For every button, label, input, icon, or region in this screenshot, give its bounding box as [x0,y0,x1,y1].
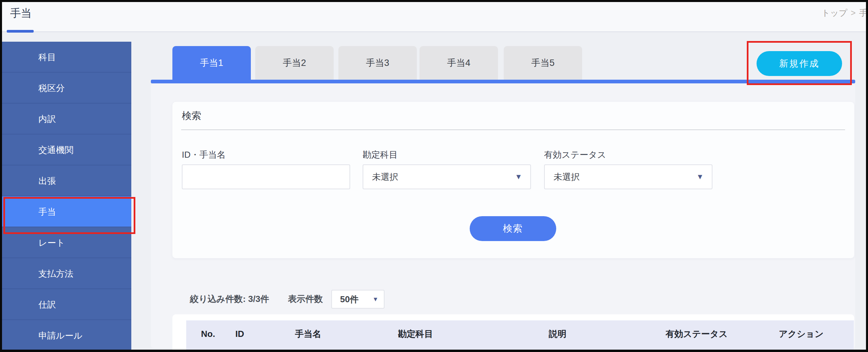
id-allowance-name-label: ID・手当名 [182,149,225,161]
tab-allowance-4[interactable]: 手当4 [420,46,498,80]
sidebar-item-allowance[interactable]: 手当 [2,196,131,227]
tab-allowance-5[interactable]: 手当5 [504,46,582,80]
sidebar-item-application-rule[interactable]: 申請ルール [2,320,131,350]
valid-status-selected-value: 未選択 [545,171,696,183]
column-header-action: アクション [779,320,824,347]
breadcrumb-separator: > [851,8,856,17]
column-header-id: ID [235,320,244,347]
table-header-row: No. ID 手当名 勘定科目 説明 有効ステータス アクション [186,320,854,350]
sidebar-item-subjects[interactable]: 科目 [2,42,131,73]
page-title: 手当 [10,6,32,21]
search-heading-divider [181,130,845,130]
sidebar-nav: 科目 税区分 内訳 交通機関 出張 手当 レート 支払方法 仕訳 申請ルール [2,42,131,350]
tab-allowance-3[interactable]: 手当3 [338,46,417,80]
title-active-underline [7,30,34,33]
chevron-down-icon: ▼ [515,173,530,181]
column-header-description: 説明 [549,320,566,347]
filtered-count-text: 絞り込み件数: 3/3件 [190,293,269,305]
sidebar-item-transportation[interactable]: 交通機関 [2,135,131,166]
sidebar-item-breakdown[interactable]: 内訳 [2,104,131,135]
id-allowance-name-field-box [182,165,350,189]
sidebar-item-payment-method[interactable]: 支払方法 [2,258,131,289]
tab-allowance-1[interactable]: 手当1 [173,46,251,83]
valid-status-label: 有効ステータス [544,149,606,161]
account-subject-select[interactable]: 未選択 ▼ [363,165,531,189]
per-page-select[interactable]: 50件 ▼ [331,290,384,309]
sidebar-item-rate[interactable]: レート [2,227,131,258]
breadcrumb-current: 手 [859,8,866,17]
valid-status-select[interactable]: 未選択 ▼ [544,165,712,189]
active-tab-indicator-bar [151,80,855,83]
per-page-selected-value: 50件 [332,293,372,305]
app-window: 手当 トップ>手 科目 税区分 内訳 交通機関 出張 手当 レート 支払方法 仕… [2,2,866,350]
screenshot-root: 手当 トップ>手 科目 税区分 内訳 交通機関 出張 手当 レート 支払方法 仕… [0,0,868,352]
account-subject-selected-value: 未選択 [363,171,515,183]
sidebar-item-business-trip[interactable]: 出張 [2,166,131,196]
per-page-label: 表示件数 [288,293,323,305]
header-divider [2,31,866,32]
column-header-no: No. [201,320,215,347]
column-header-allowance-name: 手当名 [295,320,321,347]
search-card: 検索 ID・手当名 勘定科目 有効ステータス 未選択 ▼ 未選択 ▼ 検索 [173,102,854,258]
search-submit-button[interactable]: 検索 [470,216,556,241]
column-header-account-subject: 勘定科目 [398,320,433,347]
breadcrumb-home-link[interactable]: トップ [822,8,847,17]
chevron-down-icon: ▼ [696,173,712,181]
page-header: 手当 トップ>手 [2,2,866,32]
column-header-valid-status: 有効ステータス [665,320,727,347]
account-subject-label: 勘定科目 [363,149,398,161]
sidebar-item-tax-category[interactable]: 税区分 [2,73,131,104]
create-new-button[interactable]: 新規作成 [756,51,842,76]
sidebar-item-journal-entry[interactable]: 仕訳 [2,289,131,320]
id-allowance-name-input[interactable] [183,165,349,188]
breadcrumb: トップ>手 [822,7,866,19]
search-heading: 検索 [182,109,202,123]
chevron-down-icon: ▼ [372,296,384,303]
tab-allowance-2[interactable]: 手当2 [255,46,334,80]
results-table-card: No. ID 手当名 勘定科目 説明 有効ステータス アクション [173,314,854,350]
